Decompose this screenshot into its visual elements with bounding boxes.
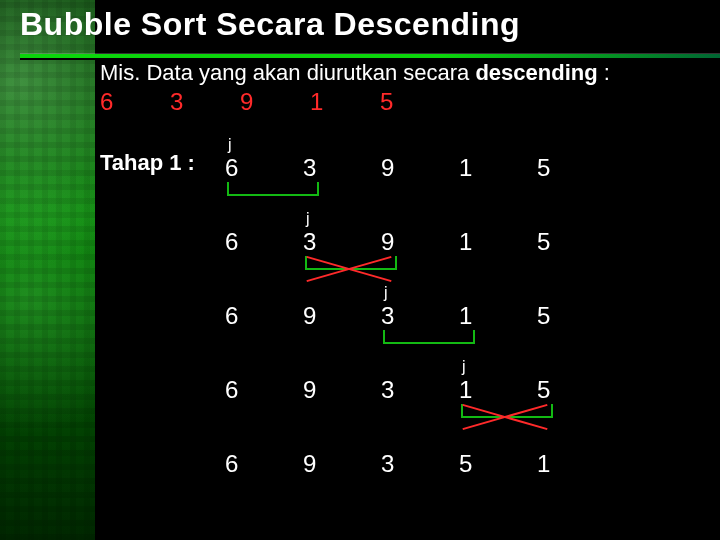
num: 5 <box>537 154 615 182</box>
init-val-3: 1 <box>310 88 380 116</box>
compare-bracket <box>383 330 475 344</box>
step-values: 6 3 9 1 5 <box>225 228 615 256</box>
num: 9 <box>381 228 459 256</box>
num: 9 <box>303 376 381 404</box>
num: 3 <box>303 154 381 182</box>
step-values: 6 9 3 5 1 <box>225 450 615 478</box>
num: 1 <box>459 376 537 404</box>
step-values: 6 3 9 1 5 <box>225 154 615 182</box>
num: 1 <box>459 302 537 330</box>
num: 5 <box>537 302 615 330</box>
j-marker: j <box>306 210 310 228</box>
initial-data-row: 6 3 9 1 5 <box>100 88 700 116</box>
num: 6 <box>225 302 303 330</box>
num: 9 <box>303 450 381 478</box>
init-val-4: 5 <box>380 88 450 116</box>
step-row: j 6 3 9 1 5 <box>225 214 665 288</box>
num: 3 <box>381 450 459 478</box>
compare-bracket <box>227 182 319 196</box>
content-area: Mis. Data yang akan diurutkan secara des… <box>100 60 700 134</box>
init-val-0: 6 <box>100 88 170 116</box>
j-marker: j <box>462 358 466 376</box>
num: 9 <box>381 154 459 182</box>
num: 1 <box>537 450 615 478</box>
init-val-1: 3 <box>170 88 240 116</box>
num: 5 <box>537 376 615 404</box>
title-underline <box>20 54 720 58</box>
intro-suffix: : <box>598 60 610 85</box>
num: 6 <box>225 450 303 478</box>
decorative-left-band <box>0 0 95 540</box>
num: 1 <box>459 154 537 182</box>
init-val-2: 9 <box>240 88 310 116</box>
intro-line: Mis. Data yang akan diurutkan secara des… <box>100 60 700 86</box>
intro-bold: descending <box>475 60 597 85</box>
num: 6 <box>225 376 303 404</box>
title-wrap: Bubble Sort Secara Descending <box>20 6 700 43</box>
num: 9 <box>303 302 381 330</box>
num: 6 <box>225 228 303 256</box>
j-marker: j <box>384 284 388 302</box>
num: 3 <box>381 376 459 404</box>
num: 5 <box>459 450 537 478</box>
step-row: j 6 9 3 1 5 <box>225 362 665 436</box>
step-values: 6 9 3 1 5 <box>225 302 615 330</box>
step-row: j 6 9 3 1 5 <box>225 288 665 362</box>
slide: Bubble Sort Secara Descending Mis. Data … <box>0 0 720 540</box>
num: 6 <box>225 154 303 182</box>
steps-area: j 6 3 9 1 5 j 6 3 9 1 5 j <box>225 140 665 510</box>
num: 1 <box>459 228 537 256</box>
num: 3 <box>381 302 459 330</box>
compare-bracket <box>305 256 397 270</box>
step-row: j 6 3 9 1 5 <box>225 140 665 214</box>
num: 5 <box>537 228 615 256</box>
step-values: 6 9 3 1 5 <box>225 376 615 404</box>
step-row: 6 9 3 5 1 <box>225 436 665 510</box>
intro-prefix: Mis. Data yang akan diurutkan secara <box>100 60 475 85</box>
num: 3 <box>303 228 381 256</box>
compare-bracket <box>461 404 553 418</box>
stage-label: Tahap 1 : <box>100 150 195 176</box>
j-marker: j <box>228 136 232 154</box>
page-title: Bubble Sort Secara Descending <box>20 6 700 43</box>
